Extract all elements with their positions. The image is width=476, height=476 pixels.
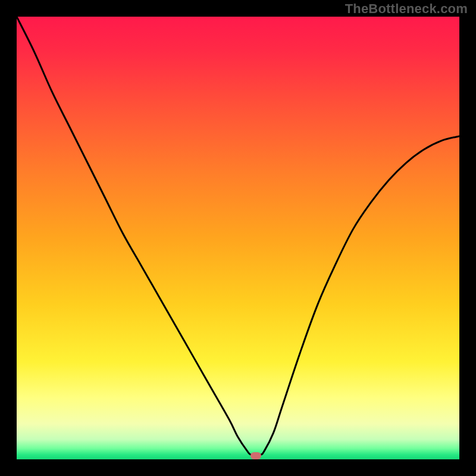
gradient-background (17, 17, 459, 459)
plot-area (17, 17, 459, 459)
watermark-text: TheBottleneck.com (345, 1, 468, 17)
optimal-point-marker (250, 452, 261, 459)
plot-svg (17, 17, 459, 459)
chart-frame: TheBottleneck.com (0, 0, 476, 476)
